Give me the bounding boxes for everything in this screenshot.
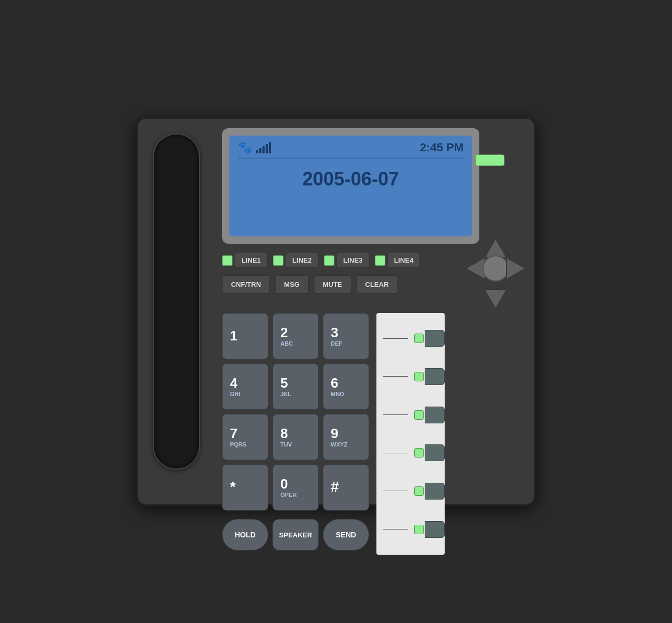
line1-led [222,255,233,266]
speed-dial-panel [376,313,445,555]
speed-dial-btn-1[interactable] [425,330,445,347]
key-6-sub: MNO [331,391,344,397]
line4-group: LINE4 [375,253,421,268]
key-5-main: 5 [280,376,288,390]
phone-screen-icon: 🐾 [238,141,252,154]
key-4-button[interactable]: 4 GHI [222,364,268,410]
key-9-button[interactable]: 9 WXYZ [323,414,369,460]
line2-button[interactable]: LINE2 [286,253,319,268]
key-5-sub: JKL [280,391,291,397]
key-1-main: 1 [230,329,237,342]
key-4-sub: GHI [230,391,240,397]
line4-led [375,255,385,266]
line1-button[interactable]: LINE1 [235,253,268,268]
signal-bar-2 [259,148,261,153]
display-icons: 🐾 [238,141,271,154]
speed-dial-btn-3[interactable] [425,407,445,423]
key-star-button[interactable]: * [222,464,268,511]
key-hash-button[interactable]: # [323,464,369,511]
line3-led [324,255,334,266]
action-row: HOLD SPEAKER SEND [222,519,369,551]
speed-dial-btn-5[interactable] [425,483,445,500]
msg-button[interactable]: MSG [275,275,309,294]
signal-bar-5 [269,142,271,153]
line1-group: LINE1 [222,253,268,268]
signal-bar-4 [266,144,268,153]
handset [153,133,200,470]
line-buttons-row: LINE1 LINE2 LINE3 LINE4 [222,253,558,268]
display-date: 2005-06-07 [238,168,464,190]
key-4-main: 4 [230,376,237,390]
key-8-sub: TUV [280,441,292,448]
speed-dial-btn-4[interactable] [425,444,445,461]
key-0-button[interactable]: 0 OPER [272,464,319,511]
func-buttons-row: CNF/TRN MSG MUTE CLEAR [222,275,558,294]
send-button[interactable]: SEND [323,519,369,551]
key-7-button[interactable]: 7 PQRS [222,414,268,460]
display-screen: 🐾 2:45 PM 2005-06-07 [229,136,472,236]
phone-body: 🐾 2:45 PM 2005-06-07 [136,117,536,506]
speed-dial-btn-2[interactable] [425,368,445,385]
key-2-main: 2 [280,326,288,339]
side-led [475,154,505,166]
key-2-button[interactable]: 2 ABC [272,313,319,359]
key-7-main: 7 [230,427,237,440]
key-1-button[interactable]: 1 [222,313,268,359]
key-6-button[interactable]: 6 MNO [323,364,369,410]
key-3-button[interactable]: 3 DEF [323,313,369,359]
key-0-main: 0 [280,477,288,491]
key-star-main: * [230,480,236,494]
display-time: 2:45 PM [420,141,464,154]
speaker-button[interactable]: SPEAKER [272,519,319,551]
key-9-sub: WXYZ [331,441,348,448]
keypad-area: 1 2 ABC 3 DEF 4 GHI 5 JKL [222,313,445,555]
key-7-sub: PQRS [230,441,246,448]
speed-dial-led-4 [414,448,424,458]
mute-button[interactable]: MUTE [314,275,351,294]
key-0-sub: OPER [280,492,297,498]
line3-group: LINE3 [324,253,370,268]
keypad-grid: 1 2 ABC 3 DEF 4 GHI 5 JKL [222,313,369,511]
cnftrn-button[interactable]: CNF/TRN [222,275,270,294]
display-top-bar: 🐾 2:45 PM [238,141,464,159]
key-8-main: 8 [280,427,288,440]
speed-dial-led-6 [414,525,424,534]
signal-bar-1 [256,150,258,153]
key-hash-main: # [331,480,339,494]
speed-dial-led-5 [414,486,424,496]
line4-button[interactable]: LINE4 [387,253,421,268]
line2-led [273,255,284,266]
key-6-main: 6 [331,376,338,390]
clear-button[interactable]: CLEAR [356,275,398,294]
speed-dial-led-3 [414,410,424,420]
key-3-main: 3 [331,326,338,339]
speed-dial-led-1 [414,334,424,343]
speed-dial-btn-6[interactable] [425,521,445,538]
key-5-button[interactable]: 5 JKL [272,364,319,410]
display-section: 🐾 2:45 PM 2005-06-07 [222,128,500,244]
line2-group: LINE2 [273,253,319,268]
display-bezel: 🐾 2:45 PM 2005-06-07 [222,128,479,244]
key-8-button[interactable]: 8 TUV [272,414,319,460]
key-9-main: 9 [331,427,338,440]
signal-bar-3 [262,146,265,153]
key-3-sub: DEF [331,340,342,347]
line3-button[interactable]: LINE3 [337,253,370,268]
hold-button[interactable]: HOLD [222,519,268,551]
signal-bars [256,142,271,153]
controls-area: LINE1 LINE2 LINE3 LINE4 CNF/TRN MSG MUTE… [222,253,558,305]
key-2-sub: ABC [280,340,293,347]
speed-dial-led-2 [414,372,424,381]
